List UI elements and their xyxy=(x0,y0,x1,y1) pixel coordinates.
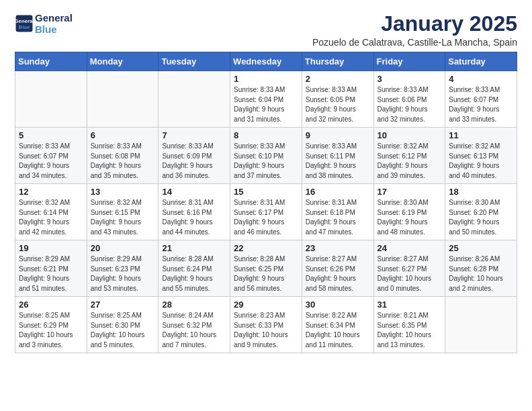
day-number: 23 xyxy=(306,243,370,253)
calendar-cell: 4Sunrise: 8:33 AM Sunset: 6:07 PM Daylig… xyxy=(445,71,517,128)
calendar-cell: 30Sunrise: 8:22 AM Sunset: 6:34 PM Dayli… xyxy=(302,297,373,353)
calendar-cell: 12Sunrise: 8:32 AM Sunset: 6:14 PM Dayli… xyxy=(15,184,87,240)
day-info: Sunrise: 8:23 AM Sunset: 6:33 PM Dayligh… xyxy=(234,311,298,350)
day-info: Sunrise: 8:25 AM Sunset: 6:29 PM Dayligh… xyxy=(19,311,83,350)
weekday-header: Thursday xyxy=(302,52,373,71)
calendar-cell: 24Sunrise: 8:27 AM Sunset: 6:27 PM Dayli… xyxy=(373,240,445,297)
day-info: Sunrise: 8:33 AM Sunset: 6:06 PM Dayligh… xyxy=(378,85,442,124)
day-number: 6 xyxy=(91,130,155,140)
calendar-cell: 25Sunrise: 8:26 AM Sunset: 6:28 PM Dayli… xyxy=(445,240,517,297)
calendar-cell: 27Sunrise: 8:25 AM Sunset: 6:30 PM Dayli… xyxy=(87,297,159,353)
day-info: Sunrise: 8:33 AM Sunset: 6:09 PM Dayligh… xyxy=(162,142,226,181)
day-number: 5 xyxy=(19,130,83,140)
calendar-cell: 11Sunrise: 8:32 AM Sunset: 6:13 PM Dayli… xyxy=(445,128,517,184)
day-number: 22 xyxy=(234,243,298,253)
calendar-table: SundayMondayTuesdayWednesdayThursdayFrid… xyxy=(15,52,517,353)
day-info: Sunrise: 8:33 AM Sunset: 6:04 PM Dayligh… xyxy=(234,85,298,124)
day-info: Sunrise: 8:33 AM Sunset: 6:05 PM Dayligh… xyxy=(306,85,370,124)
day-info: Sunrise: 8:33 AM Sunset: 6:11 PM Dayligh… xyxy=(306,142,370,181)
day-info: Sunrise: 8:32 AM Sunset: 6:15 PM Dayligh… xyxy=(91,198,155,237)
day-info: Sunrise: 8:31 AM Sunset: 6:18 PM Dayligh… xyxy=(306,198,370,237)
day-info: Sunrise: 8:33 AM Sunset: 6:07 PM Dayligh… xyxy=(19,142,83,181)
calendar-cell xyxy=(445,297,517,353)
calendar-cell: 26Sunrise: 8:25 AM Sunset: 6:29 PM Dayli… xyxy=(15,297,87,353)
calendar-cell: 17Sunrise: 8:30 AM Sunset: 6:19 PM Dayli… xyxy=(373,184,445,240)
page-title: January 2025 xyxy=(312,12,517,36)
day-info: Sunrise: 8:28 AM Sunset: 6:25 PM Dayligh… xyxy=(234,255,298,293)
logo-icon: General Blue xyxy=(15,14,34,33)
day-info: Sunrise: 8:29 AM Sunset: 6:23 PM Dayligh… xyxy=(91,255,155,293)
day-number: 31 xyxy=(378,300,442,310)
day-number: 24 xyxy=(378,243,442,253)
calendar-cell: 10Sunrise: 8:32 AM Sunset: 6:12 PM Dayli… xyxy=(373,128,445,184)
day-info: Sunrise: 8:27 AM Sunset: 6:26 PM Dayligh… xyxy=(306,255,370,293)
day-number: 17 xyxy=(378,187,442,197)
day-number: 27 xyxy=(91,300,155,310)
logo-text: GeneralBlue xyxy=(35,12,73,36)
calendar-cell: 19Sunrise: 8:29 AM Sunset: 6:21 PM Dayli… xyxy=(15,240,87,297)
day-info: Sunrise: 8:32 AM Sunset: 6:14 PM Dayligh… xyxy=(19,198,83,237)
calendar-header-row: SundayMondayTuesdayWednesdayThursdayFrid… xyxy=(15,52,517,71)
calendar-cell: 6Sunrise: 8:33 AM Sunset: 6:08 PM Daylig… xyxy=(87,128,159,184)
title-block: January 2025 Pozuelo de Calatrava, Casti… xyxy=(312,12,517,48)
calendar-cell: 23Sunrise: 8:27 AM Sunset: 6:26 PM Dayli… xyxy=(302,240,373,297)
day-info: Sunrise: 8:30 AM Sunset: 6:20 PM Dayligh… xyxy=(449,198,513,237)
calendar-week-row: 12Sunrise: 8:32 AM Sunset: 6:14 PM Dayli… xyxy=(15,184,517,240)
weekday-header: Wednesday xyxy=(230,52,302,71)
calendar-week-row: 1Sunrise: 8:33 AM Sunset: 6:04 PM Daylig… xyxy=(15,71,517,128)
day-info: Sunrise: 8:24 AM Sunset: 6:32 PM Dayligh… xyxy=(162,311,226,350)
day-info: Sunrise: 8:29 AM Sunset: 6:21 PM Dayligh… xyxy=(19,255,83,293)
day-number: 20 xyxy=(91,243,155,253)
day-info: Sunrise: 8:31 AM Sunset: 6:17 PM Dayligh… xyxy=(234,198,298,237)
calendar-cell: 8Sunrise: 8:33 AM Sunset: 6:10 PM Daylig… xyxy=(230,128,302,184)
day-info: Sunrise: 8:27 AM Sunset: 6:27 PM Dayligh… xyxy=(378,255,442,293)
day-number: 30 xyxy=(306,300,370,310)
calendar-cell: 2Sunrise: 8:33 AM Sunset: 6:05 PM Daylig… xyxy=(302,71,373,128)
day-info: Sunrise: 8:33 AM Sunset: 6:07 PM Dayligh… xyxy=(449,85,513,124)
calendar-cell: 22Sunrise: 8:28 AM Sunset: 6:25 PM Dayli… xyxy=(230,240,302,297)
day-number: 11 xyxy=(449,130,513,140)
day-number: 28 xyxy=(162,300,226,310)
day-number: 19 xyxy=(19,243,83,253)
day-number: 1 xyxy=(234,74,298,84)
calendar-cell: 16Sunrise: 8:31 AM Sunset: 6:18 PM Dayli… xyxy=(302,184,373,240)
day-number: 13 xyxy=(91,187,155,197)
day-number: 26 xyxy=(19,300,83,310)
header: General Blue GeneralBlue January 2025 Po… xyxy=(15,12,517,48)
day-info: Sunrise: 8:30 AM Sunset: 6:19 PM Dayligh… xyxy=(378,198,442,237)
day-info: Sunrise: 8:22 AM Sunset: 6:34 PM Dayligh… xyxy=(306,311,370,350)
day-number: 15 xyxy=(234,187,298,197)
calendar-cell xyxy=(15,71,87,128)
calendar-cell: 28Sunrise: 8:24 AM Sunset: 6:32 PM Dayli… xyxy=(159,297,230,353)
day-number: 16 xyxy=(306,187,370,197)
day-info: Sunrise: 8:33 AM Sunset: 6:08 PM Dayligh… xyxy=(91,142,155,181)
calendar-cell: 9Sunrise: 8:33 AM Sunset: 6:11 PM Daylig… xyxy=(302,128,373,184)
calendar-week-row: 19Sunrise: 8:29 AM Sunset: 6:21 PM Dayli… xyxy=(15,240,517,297)
svg-text:General: General xyxy=(15,18,34,24)
weekday-header: Monday xyxy=(87,52,159,71)
day-info: Sunrise: 8:32 AM Sunset: 6:12 PM Dayligh… xyxy=(378,142,442,181)
day-info: Sunrise: 8:31 AM Sunset: 6:16 PM Dayligh… xyxy=(162,198,226,237)
day-number: 8 xyxy=(234,130,298,140)
day-number: 12 xyxy=(19,187,83,197)
day-info: Sunrise: 8:32 AM Sunset: 6:13 PM Dayligh… xyxy=(449,142,513,181)
day-number: 4 xyxy=(449,74,513,84)
day-number: 25 xyxy=(449,243,513,253)
calendar-cell: 13Sunrise: 8:32 AM Sunset: 6:15 PM Dayli… xyxy=(87,184,159,240)
calendar-cell: 18Sunrise: 8:30 AM Sunset: 6:20 PM Dayli… xyxy=(445,184,517,240)
weekday-header: Friday xyxy=(373,52,445,71)
day-number: 9 xyxy=(306,130,370,140)
svg-text:Blue: Blue xyxy=(19,24,31,30)
calendar-cell: 29Sunrise: 8:23 AM Sunset: 6:33 PM Dayli… xyxy=(230,297,302,353)
day-info: Sunrise: 8:21 AM Sunset: 6:35 PM Dayligh… xyxy=(378,311,442,350)
calendar-week-row: 5Sunrise: 8:33 AM Sunset: 6:07 PM Daylig… xyxy=(15,128,517,184)
day-info: Sunrise: 8:25 AM Sunset: 6:30 PM Dayligh… xyxy=(91,311,155,350)
calendar-cell: 15Sunrise: 8:31 AM Sunset: 6:17 PM Dayli… xyxy=(230,184,302,240)
calendar-week-row: 26Sunrise: 8:25 AM Sunset: 6:29 PM Dayli… xyxy=(15,297,517,353)
day-number: 10 xyxy=(378,130,442,140)
logo: General Blue GeneralBlue xyxy=(15,12,73,36)
weekday-header: Sunday xyxy=(15,52,87,71)
calendar-cell: 1Sunrise: 8:33 AM Sunset: 6:04 PM Daylig… xyxy=(230,71,302,128)
calendar-cell: 21Sunrise: 8:28 AM Sunset: 6:24 PM Dayli… xyxy=(159,240,230,297)
calendar-cell xyxy=(159,71,230,128)
